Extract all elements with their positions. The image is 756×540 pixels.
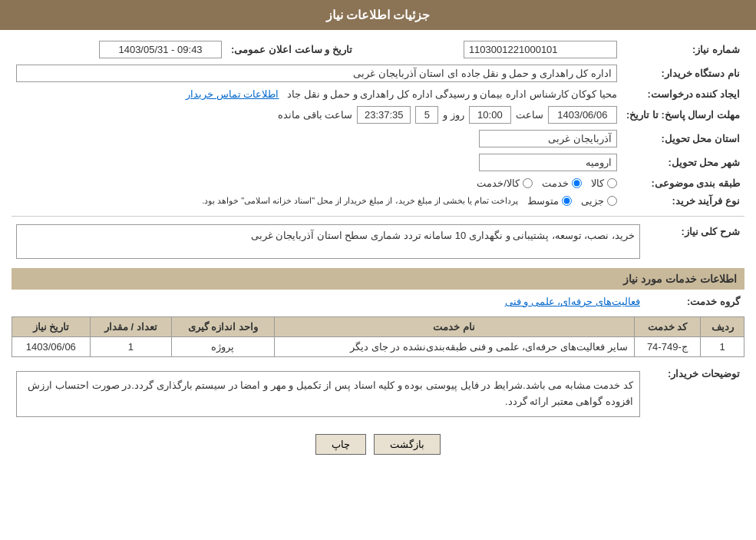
table-row: 1 ج-749-74 سایر فعالیت‌های حرفه‌ای، علمی… [12,337,744,357]
services-section-header: اطلاعات خدمات مورد نیاز [12,268,744,290]
buyer-org-value: اداره کل راهداری و حمل و نقل جاده ای است… [16,65,617,82]
category-label: طبقه بندی موضوعی: [622,174,744,192]
category-option-goods[interactable]: کالا [591,177,617,189]
deadline-date: 1403/06/06 [548,106,617,124]
purchase-option-medium[interactable]: متوسط [527,195,572,207]
cell-unit: پروژه [171,337,274,357]
requester-label: ایجاد کننده درخواست: [622,85,744,103]
purchase-type-label: نوع فرآیند خرید: [622,192,744,210]
cell-date: 1403/06/06 [12,337,91,357]
print-button[interactable]: چاپ [315,434,366,455]
buyer-notes-label: توضیحات خریدار: [645,363,744,425]
service-group-value[interactable]: فعالیت‌های حرفه‌ای، علمی و فنی [505,296,640,307]
col-row: ردیف [701,317,744,337]
action-buttons: بازگشت چاپ [12,434,744,455]
announcement-label: تاریخ و ساعت اعلان عمومی: [226,38,357,61]
cell-code: ج-749-74 [634,337,700,357]
category-option-both[interactable]: کالا/خدمت [477,177,533,189]
col-date: تاریخ نیاز [12,317,91,337]
col-unit: واحد اندازه گیری [171,317,274,337]
buyer-notes-value: کد خدمت مشابه می باشد.شرایط در فایل پیوس… [16,371,640,417]
deadline-time: 10:00 [469,106,511,124]
announcement-value: 1403/05/31 - 09:43 [99,41,222,58]
buyer-org-label: نام دستگاه خریدار: [622,61,744,85]
page-title: جزئیات اطلاعات نیاز [326,8,431,22]
page-header: جزئیات اطلاعات نیاز [0,0,756,30]
city-value: ارومیه [479,154,617,171]
deadline-remaining: 23:37:35 [357,106,411,124]
col-code: کد خدمت [634,317,700,337]
deadline-day-label: روز و [443,109,464,121]
need-number-value: 1103001221000101 [464,41,617,58]
service-group-label: گروه خدمت: [645,293,744,310]
deadline-days: 5 [415,106,438,124]
cell-qty: 1 [90,337,171,357]
deadline-label: مهلت ارسال پاسخ: تا تاریخ: [622,103,744,127]
need-description-value: خرید، نصب، توسعه، پشتیبانی و نگهداری 10 … [16,224,640,259]
cell-row: 1 [701,337,744,357]
col-qty: تعداد / مقدار [90,317,171,337]
need-number-label: شماره نیاز: [622,38,744,61]
purchase-note: پرداخت تمام یا بخشی از مبلغ خرید، از مبل… [202,196,518,206]
deadline-remaining-label: ساعت باقی مانده [278,109,352,121]
province-label: استان محل تحویل: [622,127,744,151]
cell-name: سایر فعالیت‌های حرفه‌ای، علمی و فنی طبقه… [274,337,634,357]
city-label: شهر محل تحویل: [622,151,744,174]
purchase-option-partial[interactable]: جزیی [581,195,617,207]
back-button[interactable]: بازگشت [374,434,441,455]
category-option-service[interactable]: خدمت [542,177,582,189]
requester-value: محیا کوکان کارشناس اداره بیمان و رسیدگی … [287,88,617,100]
need-description-label: شرح کلی نیاز: [645,221,744,262]
requester-contact-link[interactable]: اطلاعات تماس خریدار [186,88,279,100]
col-name: نام خدمت [274,317,634,337]
province-value: آذربایجان غربی [479,130,617,147]
deadline-time-label: ساعت [516,109,543,121]
